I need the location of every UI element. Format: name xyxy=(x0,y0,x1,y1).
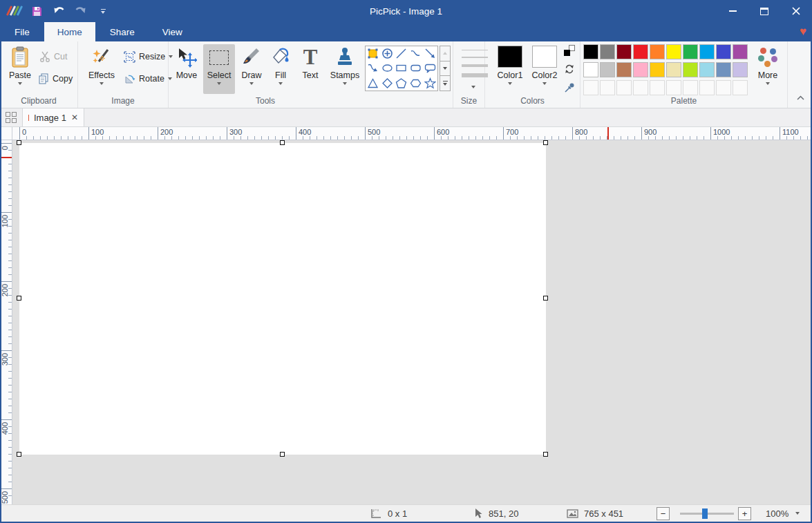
zoom-level-control[interactable]: 100% xyxy=(766,505,800,522)
copy-button[interactable]: Copy xyxy=(38,70,73,87)
selection-handle[interactable] xyxy=(17,296,21,301)
collapse-ribbon-icon[interactable] xyxy=(793,91,808,104)
shape-rectangle[interactable] xyxy=(395,61,409,75)
line-size-selector[interactable] xyxy=(462,50,488,84)
canvas-image[interactable] xyxy=(19,143,546,455)
shape-diamond[interactable] xyxy=(380,76,395,91)
stamps-button[interactable]: Stamps xyxy=(326,44,363,94)
tab-view[interactable]: View xyxy=(149,22,196,41)
shape-selected-rectangle[interactable] xyxy=(366,46,380,61)
shape-ellipse[interactable] xyxy=(380,61,395,75)
redo-icon[interactable] xyxy=(73,3,88,19)
palette-swatch[interactable] xyxy=(583,62,598,77)
palette-swatch[interactable] xyxy=(600,62,615,77)
default-colors-icon[interactable] xyxy=(563,44,576,57)
canvas-viewport[interactable] xyxy=(12,140,811,504)
gallery-scroll-down-icon[interactable] xyxy=(440,61,451,77)
selection-handle[interactable] xyxy=(543,452,548,457)
gallery-scroll-up-icon[interactable] xyxy=(440,46,451,61)
eyedropper-icon[interactable] xyxy=(563,82,576,94)
palette-swatch[interactable] xyxy=(600,44,615,59)
swap-colors-icon[interactable] xyxy=(563,63,576,75)
palette-swatch[interactable] xyxy=(583,44,598,59)
more-colors-button[interactable]: More xyxy=(750,44,785,94)
palette-swatch-empty[interactable] xyxy=(650,80,665,95)
paste-button[interactable]: Paste xyxy=(4,44,36,94)
palette-swatch-empty[interactable] xyxy=(716,80,731,95)
palette-swatch-empty[interactable] xyxy=(583,80,598,95)
palette-swatch-empty[interactable] xyxy=(699,80,715,95)
tab-close-icon[interactable]: ✕ xyxy=(71,113,78,122)
zoom-slider-thumb[interactable] xyxy=(702,508,708,519)
fill-button[interactable]: Fill xyxy=(267,44,294,94)
palette-swatch[interactable] xyxy=(733,62,748,77)
palette-swatch[interactable] xyxy=(716,44,731,59)
palette-swatch[interactable] xyxy=(633,62,648,77)
vruler-tick: 400 xyxy=(0,419,12,420)
rotate-button[interactable]: Rotate xyxy=(124,70,172,87)
zoom-in-button[interactable]: + xyxy=(738,507,751,520)
tab-file[interactable]: File xyxy=(1,22,43,41)
draw-button[interactable]: Draw xyxy=(236,44,267,94)
minimize-icon[interactable] xyxy=(717,0,748,22)
gallery-expand-icon[interactable] xyxy=(440,76,451,91)
shape-rounded-rectangle[interactable] xyxy=(408,61,423,75)
zoom-out-button[interactable]: − xyxy=(657,507,670,520)
palette-swatch[interactable] xyxy=(733,44,748,59)
tab-share[interactable]: Share xyxy=(97,22,148,41)
selection-handle[interactable] xyxy=(543,140,548,145)
palette-swatch[interactable] xyxy=(683,44,698,59)
palette-swatch-empty[interactable] xyxy=(616,80,632,95)
selection-handle[interactable] xyxy=(17,452,21,457)
selection-handle[interactable] xyxy=(17,140,21,145)
palette-swatch-empty[interactable] xyxy=(666,80,681,95)
tab-home[interactable]: Home xyxy=(44,22,95,41)
palette-swatch[interactable] xyxy=(666,62,681,77)
palette-swatch-empty[interactable] xyxy=(733,80,748,95)
select-button[interactable]: Select xyxy=(203,44,235,94)
palette-swatch-empty[interactable] xyxy=(600,80,615,95)
selection-handle[interactable] xyxy=(280,452,285,457)
palette-swatch[interactable] xyxy=(616,44,632,59)
save-icon[interactable] xyxy=(29,3,44,19)
undo-icon[interactable] xyxy=(51,3,66,19)
selection-handle[interactable] xyxy=(543,296,548,301)
palette-swatch[interactable] xyxy=(716,62,731,77)
maximize-icon[interactable] xyxy=(748,0,780,22)
shape-hexagon[interactable] xyxy=(408,76,423,91)
palette-swatch[interactable] xyxy=(699,62,715,77)
palette-swatch[interactable] xyxy=(650,44,665,59)
color1-button[interactable]: Color1 xyxy=(493,44,527,94)
heart-icon[interactable]: ♥ xyxy=(800,22,806,41)
shape-pentagon[interactable] xyxy=(395,76,409,91)
customize-toolbar-icon[interactable] xyxy=(95,3,111,19)
selection-handle[interactable] xyxy=(280,140,285,145)
shape-speech-bubble[interactable] xyxy=(423,61,437,75)
shape-arrow-line[interactable] xyxy=(423,46,437,61)
palette-swatch[interactable] xyxy=(683,62,698,77)
shape-circle-crosshair[interactable] xyxy=(380,46,395,61)
palette-swatch[interactable] xyxy=(633,44,648,59)
close-icon[interactable] xyxy=(780,0,812,22)
resize-button[interactable]: Resize xyxy=(124,48,173,65)
thumbnail-view-icon[interactable] xyxy=(0,108,22,126)
shape-triangle[interactable] xyxy=(366,76,380,91)
move-button[interactable]: Move xyxy=(171,44,202,94)
cut-button[interactable]: Cut xyxy=(39,48,67,65)
palette-swatch[interactable] xyxy=(616,62,632,77)
palette-swatch[interactable] xyxy=(666,44,681,59)
shape-star[interactable] xyxy=(423,76,437,91)
shape-curve[interactable] xyxy=(408,46,423,61)
size-dropdown-caret[interactable] xyxy=(471,86,475,88)
document-tab-image1[interactable]: Image 1 ✕ xyxy=(22,108,84,126)
shape-line[interactable] xyxy=(395,46,409,61)
text-button[interactable]: T Text xyxy=(296,44,325,94)
shape-curved-arrow[interactable] xyxy=(366,61,380,75)
effects-button[interactable]: Effects xyxy=(84,44,120,94)
quick-access-toolbar xyxy=(0,3,111,19)
palette-swatch-empty[interactable] xyxy=(633,80,648,95)
color2-button[interactable]: Color2 xyxy=(528,44,561,94)
palette-swatch-empty[interactable] xyxy=(683,80,698,95)
palette-swatch[interactable] xyxy=(699,44,715,59)
palette-swatch[interactable] xyxy=(650,62,665,77)
